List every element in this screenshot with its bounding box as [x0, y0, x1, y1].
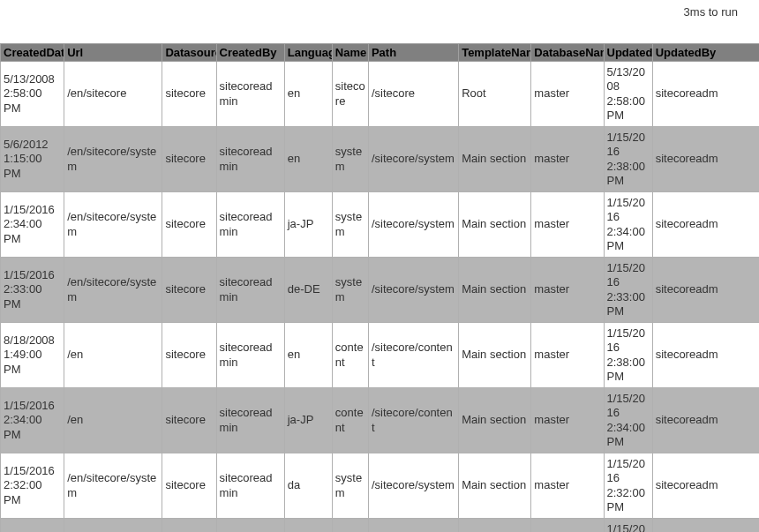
cell-createddate: 8/18/2008 1:49:00 PM	[1, 323, 64, 388]
col-createdby[interactable]: CreatedBy	[216, 44, 284, 62]
cell-databasename: master	[531, 519, 604, 533]
cell-createddate: 5/13/2008 2:58:00 PM	[1, 62, 64, 127]
cell-databasename: master	[531, 192, 604, 258]
col-createddate[interactable]: CreatedDate	[1, 44, 64, 62]
cell-datasource: sitecore	[162, 258, 216, 323]
cell-path: /sitecore/content	[368, 519, 458, 533]
cell-templatename: Main section	[459, 388, 531, 453]
cell-databasename: master	[531, 323, 604, 388]
col-url[interactable]: Url	[64, 44, 162, 62]
cell-createdby: sitecoreadmin	[216, 519, 284, 533]
cell-datasource: sitecore	[162, 388, 216, 453]
cell-updatedby: sitecoreadm	[652, 258, 759, 323]
cell-updated: 1/15/2016 2:34:00 PM	[604, 192, 652, 258]
table-row[interactable]: 8/18/2008 1:49:00 PM/ensitecoresitecorea…	[1, 323, 760, 388]
cell-updatedby: sitecoreadm	[652, 323, 759, 388]
col-templatename[interactable]: TemplateName	[459, 44, 531, 62]
results-scroll[interactable]: CreatedDate Url Datasource CreatedBy Lan…	[0, 43, 759, 532]
cell-templatename: Main section	[459, 453, 531, 519]
cell-datasource: sitecore	[162, 62, 216, 127]
cell-createddate: 1/15/2016 2:34:00 PM	[1, 388, 64, 453]
cell-templatename: Main section	[459, 127, 531, 192]
cell-name: system	[332, 192, 368, 258]
cell-createdby: sitecoreadmin	[216, 127, 284, 192]
table-row[interactable]: 1/15/2016 2:33:00 PM/ensitecoresitecorea…	[1, 519, 760, 533]
cell-path: /sitecore/content	[368, 323, 458, 388]
cell-createddate: 1/15/2016 2:32:00 PM	[1, 453, 64, 519]
cell-templatename: Main section	[459, 192, 531, 258]
col-datasource[interactable]: Datasource	[162, 44, 216, 62]
col-language[interactable]: Language	[284, 44, 332, 62]
cell-url: /en	[64, 519, 162, 533]
cell-name: sitecore	[332, 62, 368, 127]
results-body: 5/13/2008 2:58:00 PM/en/sitecoresitecore…	[1, 62, 760, 533]
cell-url: /en/sitecore/system	[64, 453, 162, 519]
cell-createdby: sitecoreadmin	[216, 192, 284, 258]
cell-updated: 5/13/2008 2:58:00 PM	[604, 62, 652, 127]
cell-updated: 1/15/2016 2:38:00 PM	[604, 323, 652, 388]
col-path[interactable]: Path	[368, 44, 458, 62]
cell-updatedby: sitecoreadm	[652, 127, 759, 192]
cell-url: /en	[64, 323, 162, 388]
cell-language: en	[284, 127, 332, 192]
cell-url: /en/sitecore/system	[64, 127, 162, 192]
cell-path: /sitecore/content	[368, 388, 458, 453]
cell-language: en	[284, 323, 332, 388]
table-row[interactable]: 1/15/2016 2:34:00 PM/ensitecoresitecorea…	[1, 388, 760, 453]
cell-datasource: sitecore	[162, 192, 216, 258]
cell-datasource: sitecore	[162, 453, 216, 519]
cell-url: /en/sitecore/system	[64, 192, 162, 258]
cell-createdby: sitecoreadmin	[216, 62, 284, 127]
cell-createddate: 1/15/2016 2:34:00 PM	[1, 192, 64, 258]
cell-databasename: master	[531, 127, 604, 192]
cell-updated: 1/15/2016 2:33:00 PM	[604, 519, 652, 533]
cell-name: content	[332, 388, 368, 453]
cell-updatedby: sitecoreadm	[652, 62, 759, 127]
col-updated[interactable]: Updated	[604, 44, 652, 62]
col-name[interactable]: Name	[332, 44, 368, 62]
table-row[interactable]: 5/6/2012 1:15:00 PM/en/sitecore/systemsi…	[1, 127, 760, 192]
cell-updated: 1/15/2016 2:32:00 PM	[604, 453, 652, 519]
cell-path: /sitecore/system	[368, 453, 458, 519]
cell-path: /sitecore/system	[368, 258, 458, 323]
cell-path: /sitecore/system	[368, 192, 458, 258]
cell-databasename: master	[531, 62, 604, 127]
results-table: CreatedDate Url Datasource CreatedBy Lan…	[0, 43, 759, 532]
cell-databasename: master	[531, 388, 604, 453]
cell-path: /sitecore/system	[368, 127, 458, 192]
cell-url: /en/sitecore/system	[64, 258, 162, 323]
results-head: CreatedDate Url Datasource CreatedBy Lan…	[1, 44, 760, 62]
cell-datasource: sitecore	[162, 323, 216, 388]
cell-updated: 1/15/2016 2:38:00 PM	[604, 127, 652, 192]
cell-path: /sitecore	[368, 62, 458, 127]
col-databasename[interactable]: DatabaseName	[531, 44, 604, 62]
cell-name: system	[332, 258, 368, 323]
cell-templatename: Main section	[459, 258, 531, 323]
cell-language: ja-JP	[284, 192, 332, 258]
cell-datasource: sitecore	[162, 127, 216, 192]
cell-name: system	[332, 127, 368, 192]
col-updatedby[interactable]: UpdatedBy	[652, 44, 759, 62]
cell-language: de-DE	[284, 519, 332, 533]
cell-datasource: sitecore	[162, 519, 216, 533]
cell-updated: 1/15/2016 2:34:00 PM	[604, 388, 652, 453]
cell-updatedby: sitecoreadm	[652, 388, 759, 453]
cell-name: content	[332, 323, 368, 388]
cell-url: /en/sitecore	[64, 62, 162, 127]
table-row[interactable]: 1/15/2016 2:34:00 PM/en/sitecore/systems…	[1, 192, 760, 258]
cell-url: /en	[64, 388, 162, 453]
table-row[interactable]: 1/15/2016 2:33:00 PM/en/sitecore/systems…	[1, 258, 760, 323]
cell-templatename: Root	[459, 62, 531, 127]
cell-createdby: sitecoreadmin	[216, 258, 284, 323]
status-text: 3ms to run	[0, 0, 759, 43]
cell-updatedby: sitecoreadm	[652, 519, 759, 533]
cell-name: content	[332, 519, 368, 533]
cell-language: de-DE	[284, 258, 332, 323]
cell-templatename: Main section	[459, 519, 531, 533]
cell-createdby: sitecoreadmin	[216, 388, 284, 453]
cell-createddate: 1/15/2016 2:33:00 PM	[1, 258, 64, 323]
cell-databasename: master	[531, 453, 604, 519]
cell-createddate: 1/15/2016 2:33:00 PM	[1, 519, 64, 533]
table-row[interactable]: 1/15/2016 2:32:00 PM/en/sitecore/systems…	[1, 453, 760, 519]
table-row[interactable]: 5/13/2008 2:58:00 PM/en/sitecoresitecore…	[1, 62, 760, 127]
